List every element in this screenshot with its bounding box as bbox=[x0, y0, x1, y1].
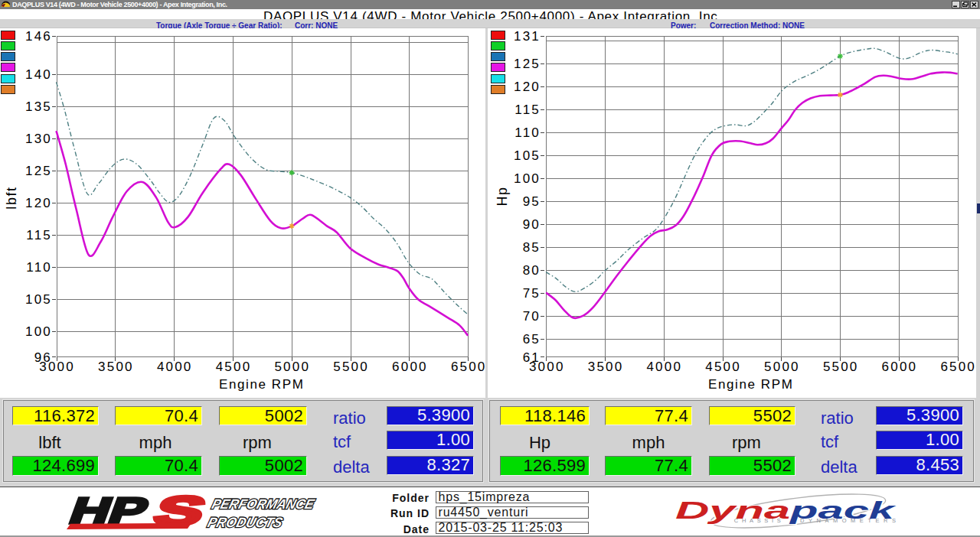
svg-text:PERFORMANCE: PERFORMANCE bbox=[210, 496, 316, 513]
svg-text:PRODUCTS: PRODUCTS bbox=[206, 515, 285, 531]
